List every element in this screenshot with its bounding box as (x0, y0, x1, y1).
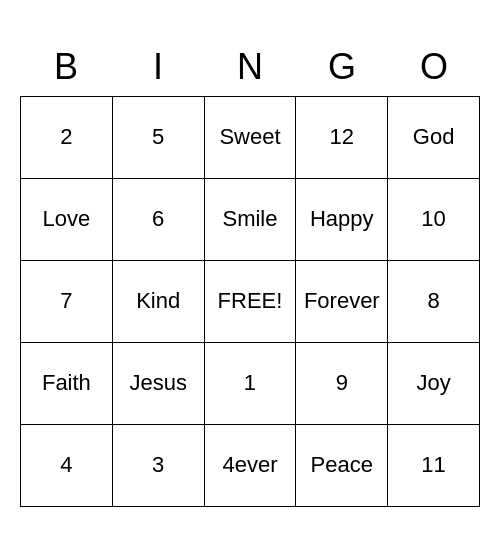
cell-r4-c4: 11 (388, 425, 480, 507)
cell-r2-c2: FREE! (205, 261, 297, 343)
cell-r2-c1: Kind (113, 261, 205, 343)
cell-r1-c3: Happy (296, 179, 388, 261)
header-letter: O (388, 38, 480, 96)
bingo-card: BINGO 25Sweet12GodLove6SmileHappy107Kind… (20, 38, 480, 507)
cell-r4-c1: 3 (113, 425, 205, 507)
header-letter: N (204, 38, 296, 96)
cell-r1-c2: Smile (205, 179, 297, 261)
cell-r4-c3: Peace (296, 425, 388, 507)
cell-r0-c1: 5 (113, 97, 205, 179)
header-letter: G (296, 38, 388, 96)
cell-r3-c1: Jesus (113, 343, 205, 425)
cell-r1-c4: 10 (388, 179, 480, 261)
header-letter: B (20, 38, 112, 96)
cell-r4-c0: 4 (21, 425, 113, 507)
bingo-grid: 25Sweet12GodLove6SmileHappy107KindFREE!F… (20, 96, 480, 507)
cell-r3-c0: Faith (21, 343, 113, 425)
header-letter: I (112, 38, 204, 96)
cell-r0-c0: 2 (21, 97, 113, 179)
cell-r1-c1: 6 (113, 179, 205, 261)
cell-r2-c4: 8 (388, 261, 480, 343)
cell-r1-c0: Love (21, 179, 113, 261)
cell-r0-c4: God (388, 97, 480, 179)
cell-r4-c2: 4ever (205, 425, 297, 507)
cell-r2-c3: Forever (296, 261, 388, 343)
cell-r3-c3: 9 (296, 343, 388, 425)
cell-r0-c3: 12 (296, 97, 388, 179)
cell-r3-c4: Joy (388, 343, 480, 425)
cell-r2-c0: 7 (21, 261, 113, 343)
cell-r3-c2: 1 (205, 343, 297, 425)
bingo-header: BINGO (20, 38, 480, 96)
cell-r0-c2: Sweet (205, 97, 297, 179)
